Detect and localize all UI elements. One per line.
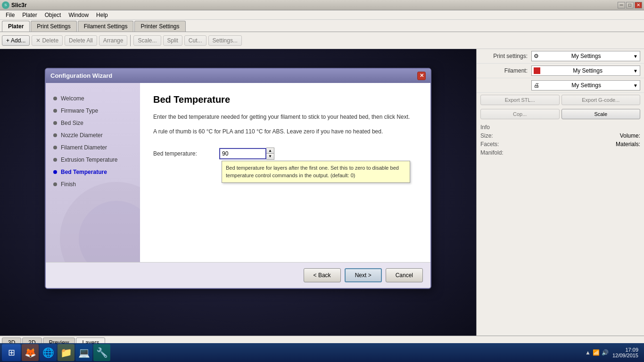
taskbar-right: ▲ 📶 🔊 17:09 12/09/2015	[585, 347, 642, 358]
tab-plater[interactable]: Plater	[2, 21, 30, 32]
close-button[interactable]: ✕	[635, 2, 642, 8]
bed-temp-tooltip: Bed temperature for layers after the fir…	[222, 161, 410, 183]
right-panel: Print settings: ⚙ My Settings ▼ Filament…	[476, 49, 644, 336]
delete-button[interactable]: ✕ Delete	[32, 35, 63, 46]
materials-value: Materials:	[616, 141, 640, 148]
filament-label: Filament:	[480, 67, 528, 74]
manifold-row: Manifold:	[480, 148, 640, 157]
facets-row: Facets: Materials:	[480, 140, 640, 148]
export-gcode-button[interactable]: Export G-code...	[561, 95, 641, 105]
menu-help[interactable]: Help	[92, 11, 112, 19]
step-dot-nozzle	[53, 133, 57, 137]
split-button[interactable]: Split	[163, 35, 182, 46]
step-dot-bed-size	[53, 121, 57, 125]
taskbar-slic3r[interactable]: 🔧	[93, 344, 110, 361]
taskbar-chrome[interactable]: 🌐	[40, 344, 57, 361]
canvas-area[interactable]: Configuration Wizard ✕ Welcom	[0, 49, 476, 336]
step-dot-filament	[53, 146, 57, 149]
tray-network: 📶	[593, 349, 600, 356]
print-settings-label: Print settings:	[480, 53, 528, 59]
cut-button[interactable]: Cut...	[184, 35, 206, 46]
menu-object[interactable]: Object	[41, 11, 65, 19]
chevron-down-icon-3: ▼	[633, 83, 638, 88]
print-settings-select[interactable]: ⚙ My Settings ▼	[531, 51, 640, 61]
size-value: Volume:	[620, 132, 640, 139]
dialog-sidebar: Welcome Firmware Type Bed Size Nozz	[46, 83, 140, 262]
info-header-row: Info	[480, 123, 640, 132]
print-settings-row: Print settings: ⚙ My Settings ▼	[477, 49, 644, 64]
add-button[interactable]: + Add...	[2, 35, 30, 46]
taskbar-firefox[interactable]: 🦊	[22, 344, 39, 361]
scale-button[interactable]: Scale...	[133, 35, 161, 46]
add-icon: +	[6, 37, 9, 44]
export-stl-button[interactable]: Export STL...	[480, 95, 560, 105]
delete-all-button[interactable]: Delete All	[65, 35, 97, 46]
tab-filament-settings[interactable]: Filament Settings	[78, 21, 134, 32]
export-actions: Export STL... Export G-code...	[477, 93, 644, 107]
arrange-button[interactable]: Arrange	[99, 35, 128, 46]
dialog-overlay: Configuration Wizard ✕ Welcom	[0, 49, 476, 336]
spinner-up-button[interactable]: ▲	[266, 148, 274, 154]
scale-button-right[interactable]: Scale	[561, 109, 641, 119]
manifold-label: Manifold:	[480, 149, 504, 156]
step-nozzle-diameter: Nozzle Diameter	[46, 129, 140, 141]
next-button[interactable]: Next >	[345, 268, 382, 282]
cancel-button[interactable]: Cancel	[386, 268, 423, 282]
info-label: Info	[480, 124, 490, 131]
toolbar-separator-1	[130, 35, 131, 46]
chevron-down-icon: ▼	[633, 54, 638, 59]
tab-print-settings[interactable]: Print Settings	[31, 21, 76, 32]
start-button[interactable]: ⊞	[2, 344, 21, 361]
tab-printer-settings[interactable]: Printer Settings	[134, 21, 185, 32]
taskbar-clock: 17:09 12/09/2015	[612, 347, 638, 358]
dialog-description: Enter the bed temperature needed for get…	[153, 113, 417, 122]
dialog-titlebar: Configuration Wizard ✕	[46, 69, 430, 83]
menu-window[interactable]: Window	[65, 11, 92, 19]
tab-bar: Plater Print Settings Filament Settings …	[0, 20, 644, 32]
facets-label: Facets:	[480, 141, 499, 148]
tray-volume: 🔊	[602, 349, 609, 356]
step-filament-diameter: Filament Diameter	[46, 141, 140, 154]
bed-temperature-field-row: Bed temperature: ▲ ▼ Bed temperature for…	[153, 148, 417, 160]
step-welcome: Welcome	[46, 92, 140, 105]
printer-row: 🖨 My Settings ▼	[477, 78, 644, 93]
printer-select[interactable]: 🖨 My Settings ▼	[531, 80, 640, 90]
delete-icon: ✕	[36, 37, 41, 44]
filament-select[interactable]: My Settings ▼	[531, 66, 640, 76]
cop-button[interactable]: Cop...	[480, 109, 560, 119]
gear-icon: ⚙	[534, 53, 539, 59]
taskbar-explorer[interactable]: 📁	[58, 344, 74, 361]
app-title: Slic3r	[11, 2, 27, 8]
back-button[interactable]: < Back	[304, 268, 341, 282]
spinner-down-button[interactable]: ▼	[266, 154, 274, 159]
title-bar: S Slic3r ─ □ ✕	[0, 0, 644, 10]
bed-temp-input[interactable]	[219, 148, 266, 159]
cop-scale-actions: Cop... Scale	[477, 107, 644, 121]
menu-plater[interactable]: Plater	[18, 11, 41, 19]
step-bed-size: Bed Size	[46, 117, 140, 129]
taskbar-date-display: 12/09/2015	[612, 353, 638, 358]
dialog-footer: < Back Next > Cancel	[46, 262, 430, 288]
taskbar-time-display: 17:09	[612, 347, 638, 353]
info-panel: Info Size: Volume: Facets: Materials: Ma…	[477, 121, 644, 336]
tray-arrow[interactable]: ▲	[585, 349, 591, 356]
step-dot-firmware	[53, 109, 57, 113]
size-row: Size: Volume:	[480, 132, 640, 140]
bed-temp-label: Bed temperature:	[153, 150, 219, 157]
step-dot-welcome	[53, 97, 57, 100]
dialog-note: A rule of thumb is 60 °C for PLA and 110…	[153, 127, 417, 136]
chevron-down-icon-2: ▼	[633, 68, 638, 74]
filament-color-swatch	[534, 67, 540, 74]
menu-bar: File Plater Object Window Help	[0, 10, 644, 20]
dialog-close-button[interactable]: ✕	[417, 72, 426, 80]
step-dot-extrusion	[53, 158, 57, 162]
settings-button[interactable]: Settings...	[208, 35, 242, 46]
menu-file[interactable]: File	[2, 11, 18, 19]
system-tray: ▲ 📶 🔊	[585, 349, 609, 356]
dialog-body: Welcome Firmware Type Bed Size Nozz	[46, 83, 430, 262]
taskbar-hp[interactable]: 💻	[75, 344, 92, 361]
dialog-content: Bed Temperature Enter the bed temperatur…	[140, 83, 430, 262]
printer-icon: 🖨	[534, 82, 539, 89]
maximize-button[interactable]: □	[626, 2, 634, 8]
minimize-button[interactable]: ─	[618, 2, 625, 8]
